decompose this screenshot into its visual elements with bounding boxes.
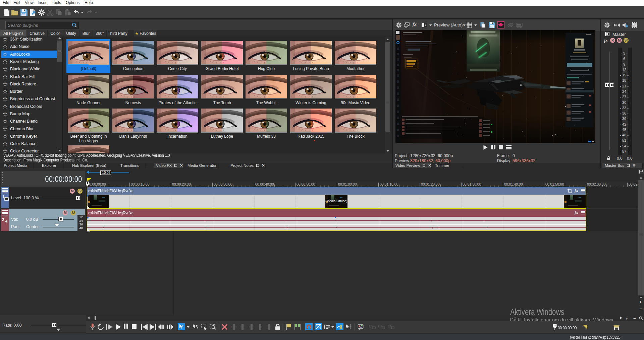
svg-text:?: ? xyxy=(350,327,351,330)
svg-text:360: 360 xyxy=(509,24,513,26)
svg-text:HDR: HDR xyxy=(517,26,522,28)
